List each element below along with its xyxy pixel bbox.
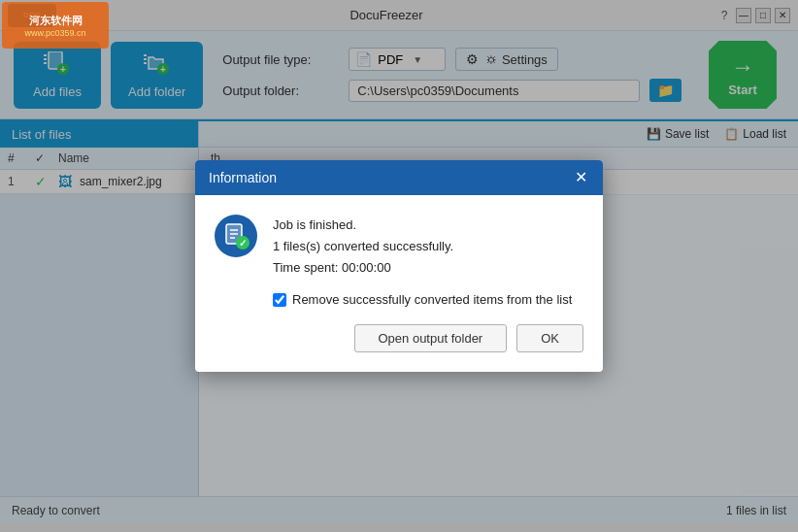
watermark-line2: www.pc0359.cn [24, 28, 85, 38]
modal-message-line3: Time spent: 00:00:00 [273, 257, 583, 279]
modal-title-bar: Information ✕ [195, 160, 603, 195]
modal-message-line1: Job is finished. [273, 215, 583, 236]
open-output-folder-button[interactable]: Open output folder [354, 324, 508, 352]
modal-overlay: Information ✕ ✓ Job is finished. 1 files… [0, 0, 798, 532]
modal-body: ✓ Job is finished. 1 files(s) converted … [195, 195, 603, 372]
modal-info-icon: ✓ [215, 215, 257, 257]
remove-converted-label: Remove successfully converted items from… [292, 292, 572, 307]
watermark-line1: 河东软件网 [29, 14, 83, 28]
ok-button[interactable]: OK [516, 324, 583, 352]
modal-buttons: Open output folder OK [273, 324, 583, 352]
watermark: 河东软件网 www.pc0359.cn [2, 2, 109, 49]
modal-message-line2: 1 files(s) converted successfully. [273, 236, 583, 257]
svg-text:✓: ✓ [239, 238, 247, 249]
remove-converted-checkbox[interactable] [273, 293, 286, 307]
modal-checkbox-row: Remove successfully converted items from… [273, 292, 583, 307]
information-dialog: Information ✕ ✓ Job is finished. 1 files… [195, 160, 603, 372]
modal-title: Information [209, 170, 277, 185]
modal-text-area: Job is finished. 1 files(s) converted su… [273, 215, 583, 352]
modal-close-button[interactable]: ✕ [573, 170, 589, 185]
modal-message: Job is finished. 1 files(s) converted su… [273, 215, 583, 279]
